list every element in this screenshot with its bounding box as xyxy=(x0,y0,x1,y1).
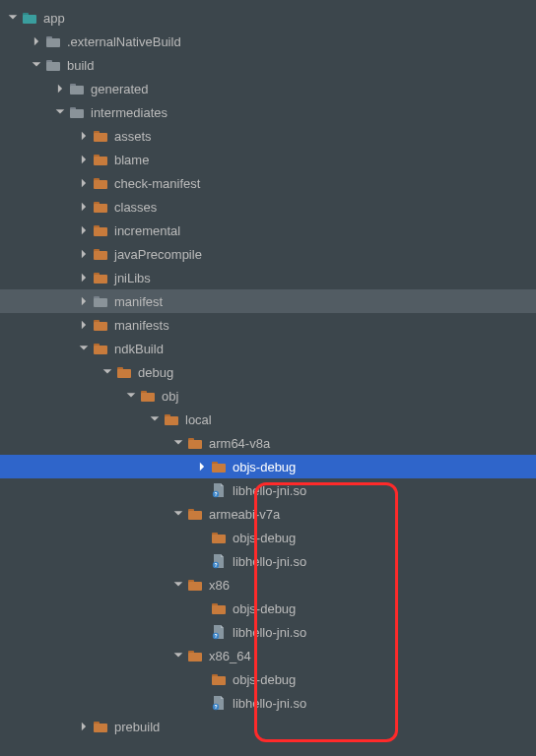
tree-row[interactable]: assets xyxy=(0,124,536,148)
tree-row-label: objs-debug xyxy=(233,531,296,545)
folder-icon xyxy=(116,364,132,380)
chevron-down-icon[interactable] xyxy=(148,412,162,426)
tree-row[interactable]: .externalNativeBuild xyxy=(0,30,536,53)
project-tree[interactable]: app.externalNativeBuildbuildgeneratedint… xyxy=(0,0,536,738)
tree-row[interactable]: ?libhello-jni.so xyxy=(0,620,536,644)
tree-row[interactable]: build xyxy=(0,53,536,77)
tree-row[interactable]: arm64-v8a xyxy=(0,431,536,455)
tree-row-label: javaPrecompile xyxy=(114,247,202,262)
chevron-right-icon[interactable] xyxy=(53,82,67,95)
file-icon: ? xyxy=(211,695,227,711)
svg-rect-39 xyxy=(212,464,226,472)
tree-row[interactable]: blame xyxy=(0,148,536,171)
tree-row-label: app xyxy=(43,11,65,26)
chevron-down-icon[interactable] xyxy=(171,436,185,450)
svg-rect-13 xyxy=(94,157,107,165)
chevron-right-icon[interactable] xyxy=(77,271,91,284)
chevron-right-icon[interactable] xyxy=(77,247,91,261)
file-icon: ? xyxy=(211,553,227,569)
tree-row[interactable]: manifest xyxy=(0,289,536,313)
svg-rect-7 xyxy=(70,86,84,94)
chevron-down-icon[interactable] xyxy=(77,342,91,355)
tree-row[interactable]: generated xyxy=(0,77,536,100)
arrow-spacer xyxy=(195,625,209,639)
tree-row[interactable]: prebuild xyxy=(0,715,536,738)
tree-row[interactable]: armeabi-v7a xyxy=(0,502,536,526)
tree-row[interactable]: x86 xyxy=(0,573,536,597)
svg-rect-1 xyxy=(23,15,36,24)
chevron-down-icon[interactable] xyxy=(30,58,43,72)
tree-row[interactable]: objs-debug xyxy=(0,455,536,478)
folder-icon xyxy=(45,57,61,73)
chevron-down-icon[interactable] xyxy=(171,507,185,521)
tree-row-label: .externalNativeBuild xyxy=(67,34,181,49)
file-icon: ? xyxy=(211,482,227,498)
folder-icon xyxy=(93,222,108,238)
svg-rect-11 xyxy=(94,133,107,142)
tree-row-label: x86_64 xyxy=(209,649,251,663)
tree-row[interactable]: objs-debug xyxy=(0,667,536,691)
folder-icon xyxy=(93,293,108,309)
chevron-down-icon[interactable] xyxy=(53,105,67,119)
chevron-down-icon[interactable] xyxy=(171,578,185,592)
tree-row[interactable]: debug xyxy=(0,360,536,384)
arrow-spacer xyxy=(195,696,209,710)
chevron-right-icon[interactable] xyxy=(195,460,209,473)
folder-icon xyxy=(93,246,108,262)
svg-rect-9 xyxy=(70,109,84,118)
chevron-right-icon[interactable] xyxy=(77,153,91,166)
chevron-right-icon[interactable] xyxy=(30,34,43,48)
folder-icon xyxy=(187,648,203,663)
folder-icon xyxy=(45,33,61,49)
tree-row-label: blame xyxy=(114,153,149,167)
folder-icon xyxy=(93,152,108,167)
arrow-spacer xyxy=(195,483,209,497)
svg-rect-23 xyxy=(94,275,107,284)
chevron-right-icon[interactable] xyxy=(77,720,91,733)
tree-row[interactable]: classes xyxy=(0,195,536,219)
chevron-right-icon[interactable] xyxy=(77,176,91,190)
tree-row[interactable]: objs-debug xyxy=(0,597,536,620)
tree-row[interactable]: incremental xyxy=(0,219,536,242)
tree-row-label: objs-debug xyxy=(233,460,296,474)
tree-row[interactable]: manifests xyxy=(0,313,536,337)
chevron-down-icon[interactable] xyxy=(124,389,138,403)
tree-row[interactable]: javaPrecompile xyxy=(0,242,536,266)
chevron-right-icon[interactable] xyxy=(77,318,91,332)
chevron-right-icon[interactable] xyxy=(77,129,91,143)
tree-row[interactable]: jniLibs xyxy=(0,266,536,289)
svg-rect-35 xyxy=(165,416,178,425)
folder-icon xyxy=(93,270,108,285)
tree-row[interactable]: obj xyxy=(0,384,536,408)
chevron-down-icon[interactable] xyxy=(100,365,114,379)
tree-row-label: libhello-jni.so xyxy=(233,625,306,640)
tree-row[interactable]: ?libhello-jni.so xyxy=(0,691,536,715)
tree-row[interactable]: app xyxy=(0,6,536,30)
tree-row[interactable]: x86_64 xyxy=(0,644,536,667)
tree-row[interactable]: ndkBuild xyxy=(0,337,536,360)
tree-row-label: jniLibs xyxy=(114,271,151,285)
tree-row-label: generated xyxy=(91,82,149,96)
folder-icon xyxy=(164,411,179,427)
tree-row[interactable]: ?libhello-jni.so xyxy=(0,549,536,573)
file-icon: ? xyxy=(211,624,227,640)
chevron-right-icon[interactable] xyxy=(77,200,91,214)
chevron-down-icon[interactable] xyxy=(6,11,20,25)
folder-icon xyxy=(93,199,108,215)
svg-rect-51 xyxy=(212,605,226,614)
tree-row[interactable]: local xyxy=(0,408,536,431)
tree-row[interactable]: objs-debug xyxy=(0,526,536,549)
tree-row[interactable]: check-manifest xyxy=(0,171,536,195)
arrow-spacer xyxy=(195,554,209,568)
svg-rect-15 xyxy=(94,180,107,189)
svg-rect-21 xyxy=(94,251,107,260)
tree-row[interactable]: intermediates xyxy=(0,100,536,124)
svg-rect-45 xyxy=(212,535,226,543)
chevron-down-icon[interactable] xyxy=(171,649,185,662)
tree-row[interactable]: ?libhello-jni.so xyxy=(0,478,536,502)
chevron-right-icon[interactable] xyxy=(77,223,91,237)
svg-text:?: ? xyxy=(214,633,217,639)
svg-rect-43 xyxy=(188,511,202,520)
chevron-right-icon[interactable] xyxy=(77,294,91,308)
folder-icon xyxy=(93,719,108,734)
